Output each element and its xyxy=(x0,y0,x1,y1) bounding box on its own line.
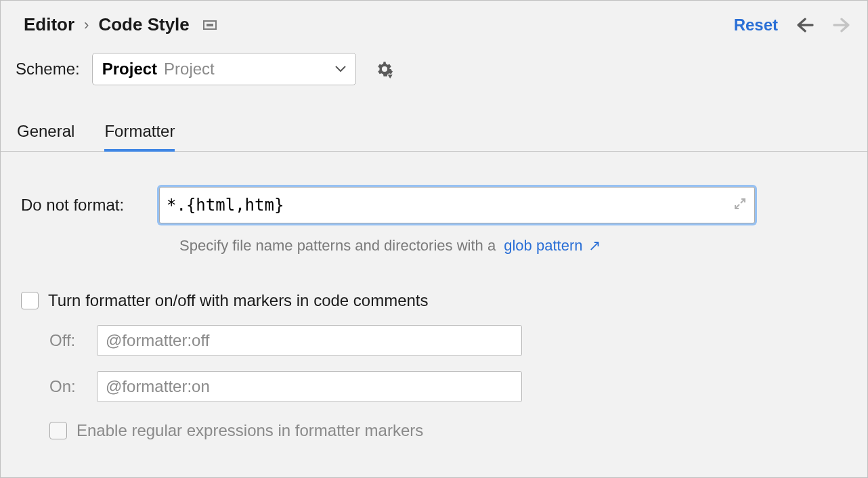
tabs: General Formatter xyxy=(1,85,867,152)
do-not-format-input-wrap xyxy=(159,187,755,223)
scheme-select[interactable]: Project Project xyxy=(92,53,356,85)
on-marker-label: On: xyxy=(49,377,97,396)
expand-icon[interactable] xyxy=(733,197,747,213)
breadcrumb: Editor › Code Style xyxy=(24,14,217,35)
breadcrumb-current: Code Style xyxy=(98,14,189,35)
do-not-format-input[interactable] xyxy=(159,187,755,223)
glob-pattern-link[interactable]: glob pattern xyxy=(504,237,582,254)
breadcrumb-parent[interactable]: Editor xyxy=(24,14,74,35)
gear-icon[interactable] xyxy=(375,60,394,79)
scheme-selected: Project xyxy=(102,60,157,79)
formatter-markers-checkbox[interactable] xyxy=(21,292,39,309)
tab-formatter[interactable]: Formatter xyxy=(104,122,175,152)
scheme-label: Scheme: xyxy=(16,60,80,79)
formatter-markers-row: Turn formatter on/off with markers in co… xyxy=(21,291,847,310)
off-marker-row: Off: xyxy=(49,325,847,356)
scheme-row: Scheme: Project Project xyxy=(1,41,867,85)
chevron-down-icon xyxy=(335,63,346,75)
on-marker-input xyxy=(97,371,522,402)
regex-markers-label: Enable regular expressions in formatter … xyxy=(77,421,423,440)
header: Editor › Code Style Reset xyxy=(1,1,867,41)
reset-button[interactable]: Reset xyxy=(734,16,778,35)
svg-marker-0 xyxy=(387,74,392,79)
off-marker-label: Off: xyxy=(49,331,97,350)
header-actions: Reset xyxy=(734,16,851,35)
off-marker-input xyxy=(97,325,522,356)
collapse-icon[interactable] xyxy=(203,20,217,30)
regex-markers-row: Enable regular expressions in formatter … xyxy=(49,421,847,440)
chevron-right-icon: › xyxy=(84,16,89,34)
settings-panel: Editor › Code Style Reset Scheme: Projec… xyxy=(0,0,868,478)
on-marker-row: On: xyxy=(49,371,847,402)
do-not-format-label: Do not format: xyxy=(21,196,159,215)
do-not-format-row: Do not format: xyxy=(21,187,847,223)
formatter-markers-label[interactable]: Turn formatter on/off with markers in co… xyxy=(48,291,429,310)
tab-general[interactable]: General xyxy=(17,122,74,151)
external-link-icon: ↗ xyxy=(588,237,601,254)
formatter-settings: Do not format: Specify file name pattern… xyxy=(1,152,867,460)
glob-help-prefix: Specify file name patterns and directori… xyxy=(179,237,496,254)
scheme-hint: Project xyxy=(164,60,215,79)
back-button[interactable] xyxy=(796,18,815,32)
regex-markers-checkbox xyxy=(49,422,67,439)
forward-button xyxy=(832,18,851,32)
glob-help-text: Specify file name patterns and directori… xyxy=(179,237,847,255)
